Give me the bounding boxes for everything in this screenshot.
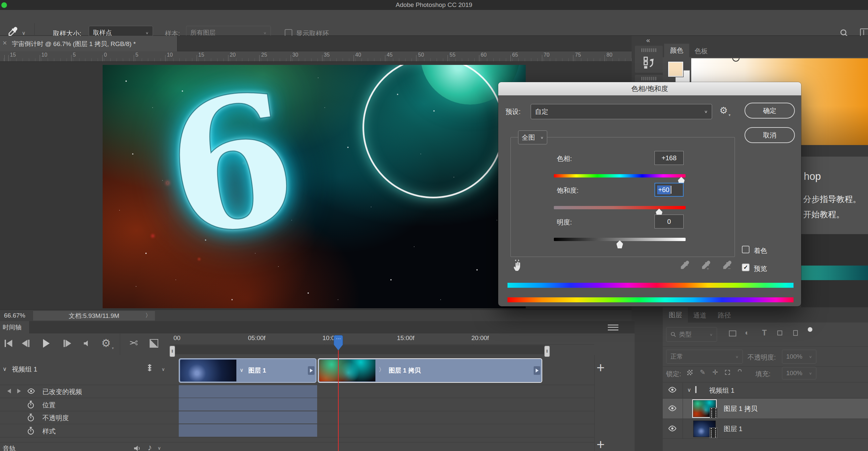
group-expand-icon[interactable]: ∨ <box>3 366 7 372</box>
track-property-label[interactable]: 样式 <box>42 427 56 436</box>
hue-slider-track[interactable] <box>554 174 686 178</box>
track-property-label[interactable]: 已改变的视频 <box>42 387 82 396</box>
dialog-title: 色相/饱和度 <box>631 84 668 93</box>
music-note-icon[interactable]: ♪ <box>148 443 152 451</box>
channel-dropdown[interactable]: 全图 ∨ <box>518 130 547 144</box>
status-chevron-icon[interactable]: 〉 <box>145 312 151 318</box>
track-property-label[interactable]: 不透明度 <box>42 414 69 423</box>
layer-row-1[interactable]: 图层 1 <box>663 419 868 439</box>
clip-expand-icon[interactable]: 〉 <box>379 367 384 372</box>
workspace-switcher-icon[interactable] <box>860 28 868 36</box>
add-audio-track-button[interactable]: + <box>596 438 605 451</box>
visibility-eye-icon[interactable] <box>668 405 677 413</box>
document-tab[interactable]: × 宇宙倒计时 @ 66.7% (图层 1 拷贝, RGB/8) * <box>0 36 178 51</box>
clip-trim-button[interactable] <box>534 366 540 375</box>
go-to-first-frame-button[interactable] <box>5 340 12 347</box>
audio-options-caret-icon[interactable]: ∨ <box>158 446 161 450</box>
ruler-label: 15 <box>10 52 16 58</box>
video-group-label[interactable]: 视频组 1 <box>12 365 37 374</box>
timeline-menu-icon[interactable] <box>608 325 618 330</box>
tab-layers[interactable]: 图层 <box>663 307 688 323</box>
clip-layer1-copy-selected[interactable]: 〉 图层 1 拷贝 <box>318 358 542 383</box>
filmstrip-icon[interactable] <box>149 364 150 371</box>
work-area-grip-icon: ‖ <box>546 349 548 353</box>
layer-name[interactable]: 视频组 1 <box>709 386 735 395</box>
artwork[interactable]: 6 <box>103 65 526 308</box>
audio-mute-icon[interactable] <box>83 339 91 349</box>
saturation-slider-track[interactable] <box>554 206 686 209</box>
split-clip-scissors-icon[interactable]: ✂ <box>129 338 138 348</box>
tab-color[interactable]: 颜色 <box>664 44 689 57</box>
ruler-label: 65 <box>512 52 518 58</box>
horizontal-ruler[interactable]: 15 10 5 0 5 10 15 20 25 30 35 40 45 50 5… <box>0 51 632 62</box>
tutorial-thumbnail[interactable] <box>801 266 868 280</box>
layer-thumbnail[interactable] <box>693 421 716 437</box>
visibility-eye-icon[interactable] <box>668 387 677 394</box>
clip-layer1[interactable]: ∨ 图层 1 <box>179 358 316 383</box>
layer-row-copy-selected[interactable]: 图层 1 拷贝 <box>663 399 868 419</box>
group-expand-icon[interactable]: ∨ <box>687 387 691 393</box>
work-area-grip-icon: ‖ <box>172 349 173 353</box>
work-area-end-handle[interactable]: ‖ <box>544 346 550 357</box>
stopwatch-icon[interactable] <box>27 427 34 436</box>
previous-frame-button[interactable] <box>22 340 29 347</box>
stopwatch-icon[interactable] <box>27 414 34 423</box>
timecode-label: 00 <box>174 334 180 342</box>
search-icon <box>670 331 676 337</box>
audio-track-label[interactable]: 音轨 <box>3 444 16 451</box>
colorize-checkbox[interactable] <box>742 246 749 253</box>
cancel-button[interactable]: 取消 <box>745 127 795 143</box>
preset-options-gear-icon[interactable]: ⚙ <box>719 106 727 115</box>
next-keyframe-icon[interactable] <box>17 389 21 393</box>
layer-row-group[interactable]: ∨ 视频组 1 <box>663 383 868 398</box>
tab-timeline[interactable]: 时间轴 <box>0 321 29 333</box>
learn-panel: hop 分步指导教程。 开始教程。 <box>801 157 868 234</box>
visibility-eye-icon[interactable] <box>668 425 677 433</box>
filter-type-layers-icon: T <box>762 329 767 337</box>
hue-value-field[interactable]: +168 <box>654 151 684 165</box>
collapse-panels-icon[interactable]: « <box>646 36 650 43</box>
tab-close-icon[interactable]: × <box>3 39 7 47</box>
collapsed-panel-group[interactable] <box>635 75 663 82</box>
saturation-value-field-focused[interactable]: +60 <box>654 183 684 197</box>
layer-name[interactable]: 图层 1 <box>724 424 743 433</box>
audio-speaker-icon[interactable] <box>133 444 141 451</box>
saturation-label: 饱和度: <box>557 186 579 195</box>
visibility-eye-icon[interactable] <box>27 388 35 395</box>
lightness-value-field[interactable]: 0 <box>654 215 684 229</box>
timeline-settings-gear-icon[interactable]: ⚙ <box>101 338 111 348</box>
tab-paths[interactable]: 路径 <box>718 311 731 320</box>
stopwatch-icon[interactable] <box>27 401 34 410</box>
previous-keyframe-icon[interactable] <box>7 389 11 393</box>
zoom-level[interactable]: 66.67% <box>4 312 25 319</box>
timeline-panel: 时间轴 ⚙ ▾ ✂ 00 05:00f 10:00f 15:00f 20:00f… <box>0 321 634 451</box>
history-panel-icon[interactable] <box>642 55 656 71</box>
clip-expand-icon[interactable]: ∨ <box>240 367 244 373</box>
channel-value: 全图 <box>522 133 535 142</box>
layer-name[interactable]: 图层 1 拷贝 <box>724 404 757 413</box>
tab-channels[interactable]: 通道 <box>693 311 707 320</box>
next-frame-button[interactable] <box>64 340 71 347</box>
ok-button[interactable]: 确定 <box>745 103 795 119</box>
collapsed-panel-group[interactable] <box>635 46 663 73</box>
color-panel-tabbar <box>663 36 868 57</box>
preview-checkbox[interactable]: ✓ <box>742 264 749 271</box>
work-area-start-handle[interactable]: ‖ <box>169 346 175 357</box>
track-property-label[interactable]: 位置 <box>42 401 56 410</box>
transition-icon[interactable] <box>150 339 158 348</box>
play-button[interactable] <box>43 339 50 348</box>
track-options-caret-icon[interactable]: ∨ <box>161 367 165 371</box>
dialog-titlebar[interactable]: 色相/饱和度 <box>498 82 801 95</box>
layer-thumbnail[interactable] <box>693 400 716 417</box>
on-image-adjustment-hand-icon[interactable] <box>512 259 523 273</box>
controls-divider <box>120 333 120 355</box>
clip-trim-button[interactable] <box>308 366 314 375</box>
add-video-track-button[interactable]: + <box>596 361 605 375</box>
document-tab-bar: × 宇宙倒计时 @ 66.7% (图层 1 拷贝, RGB/8) * <box>0 36 632 51</box>
color-picker-marker-icon[interactable] <box>732 58 740 62</box>
document-info-box[interactable]: 文档:5.93M/11.9M 〉 <box>33 311 155 321</box>
preset-dropdown[interactable]: 自定 ∨ <box>531 104 712 119</box>
tab-swatches[interactable]: 色板 <box>694 47 708 56</box>
foreground-color-swatch[interactable] <box>668 62 683 77</box>
tool-preset-caret-icon[interactable]: ∨ <box>22 30 26 35</box>
